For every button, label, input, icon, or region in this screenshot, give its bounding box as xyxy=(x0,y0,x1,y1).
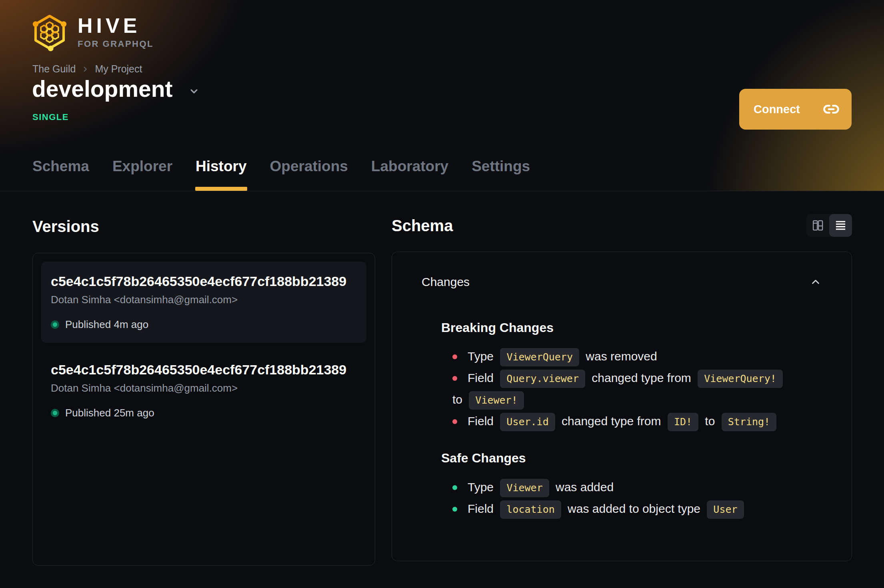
change-section: Safe Changes Type Viewer was addedField … xyxy=(441,450,822,519)
version-status: Published 25m ago xyxy=(65,407,154,419)
change-section-title: Safe Changes xyxy=(441,450,822,466)
code-chip: location xyxy=(500,500,561,519)
code-chip: String! xyxy=(722,413,776,431)
header: HIVE FOR GRAPHQL The Guild My Project de… xyxy=(0,0,884,191)
version-hash: c5e4c1c5f78b26465350e4ecf677cf188bb21389 xyxy=(51,362,357,378)
schema-heading: Schema xyxy=(392,216,453,235)
change-text: Field xyxy=(468,414,497,428)
bullet-dot-icon xyxy=(452,419,457,424)
change-section: Breaking Changes Type ViewerQuery was re… xyxy=(441,320,822,432)
changes-header[interactable]: Changes xyxy=(422,275,822,289)
logo-text: HIVE FOR GRAPHQL xyxy=(78,15,154,49)
change-item: Type ViewerQuery was removed xyxy=(452,346,822,367)
logo-title: HIVE xyxy=(78,15,154,36)
change-text: Type xyxy=(468,480,497,494)
tab-operations[interactable]: Operations xyxy=(270,158,348,191)
changes-sections: Breaking Changes Type ViewerQuery was re… xyxy=(441,320,822,520)
tab-schema[interactable]: Schema xyxy=(32,158,89,191)
main-content: Versions c5e4c1c5f78b26465350e4ecf677cf1… xyxy=(0,191,884,566)
versions-list: c5e4c1c5f78b26465350e4ecf677cf188bb21389… xyxy=(32,253,375,566)
change-item: Type Viewer was added xyxy=(452,476,822,498)
tab-explorer[interactable]: Explorer xyxy=(112,158,172,191)
code-chip: Query.viewer xyxy=(500,370,585,388)
code-chip: ID! xyxy=(668,413,698,431)
published-indicator-icon xyxy=(51,409,59,417)
target-mode-badge: SINGLE xyxy=(32,112,69,122)
tab-laboratory[interactable]: Laboratory xyxy=(371,158,448,191)
change-text: to xyxy=(702,414,718,428)
breadcrumb: The Guild My Project xyxy=(32,63,142,75)
bullet-dot-icon xyxy=(452,485,457,490)
tab-history[interactable]: History xyxy=(196,158,246,191)
hive-logo-icon xyxy=(32,13,67,52)
columns-view-button[interactable] xyxy=(806,214,829,237)
change-list: Type ViewerQuery was removedField Query.… xyxy=(441,346,822,432)
change-text: Field xyxy=(468,371,497,384)
change-item: Field User.id changed type from ID! to S… xyxy=(452,410,822,432)
change-text: changed type from xyxy=(558,414,664,428)
code-chip: User xyxy=(707,500,744,519)
changes-panel: Changes Breaking Changes Type ViewerQuer… xyxy=(392,252,852,561)
published-indicator-icon xyxy=(51,320,59,329)
versions-panel: Versions c5e4c1c5f78b26465350e4ecf677cf1… xyxy=(32,191,375,566)
tab-bar: SchemaExplorerHistoryOperationsLaborator… xyxy=(32,158,530,191)
breadcrumb-org[interactable]: The Guild xyxy=(32,63,76,75)
columns-icon xyxy=(812,219,824,232)
breadcrumb-separator-icon xyxy=(81,65,90,74)
list-icon xyxy=(834,219,847,232)
target-title-row: development xyxy=(32,76,200,102)
schema-panel: Schema xyxy=(392,191,852,566)
version-card[interactable]: c5e4c1c5f78b26465350e4ecf677cf188bb21389… xyxy=(41,350,366,431)
schema-header-row: Schema xyxy=(392,214,852,237)
bullet-dot-icon xyxy=(452,354,457,359)
change-item: Field location was added to object type … xyxy=(452,498,822,520)
bullet-dot-icon xyxy=(452,376,457,381)
version-author: Dotan Simha <dotansimha@gmail.com> xyxy=(51,382,357,394)
change-text: to xyxy=(452,393,466,406)
change-item: Field Query.viewer changed type from Vie… xyxy=(452,367,822,410)
chevron-up-icon[interactable] xyxy=(809,276,822,288)
change-text: was added to object type xyxy=(564,502,704,515)
code-chip: User.id xyxy=(500,413,555,431)
version-status: Published 4m ago xyxy=(65,318,148,331)
version-status-row: Published 4m ago xyxy=(51,318,357,331)
view-toggle xyxy=(806,214,852,237)
change-text: Field xyxy=(468,502,497,515)
bullet-dot-icon xyxy=(452,507,457,512)
version-author: Dotan Simha <dotansimha@gmail.com> xyxy=(51,294,357,306)
hive-app: HIVE FOR GRAPHQL The Guild My Project de… xyxy=(0,0,884,566)
code-chip: Viewer! xyxy=(469,391,524,410)
link-icon xyxy=(823,101,840,118)
code-chip: ViewerQuery xyxy=(500,348,579,366)
target-name: development xyxy=(32,76,173,102)
connect-button[interactable]: Connect xyxy=(739,89,852,130)
change-text: was removed xyxy=(582,350,657,363)
logo-subtitle: FOR GRAPHQL xyxy=(78,39,154,49)
version-hash: c5e4c1c5f78b26465350e4ecf677cf188bb21389 xyxy=(51,274,357,289)
tab-settings[interactable]: Settings xyxy=(472,158,530,191)
change-list: Type Viewer was addedField location was … xyxy=(441,476,822,520)
changes-title: Changes xyxy=(422,275,470,289)
versions-heading: Versions xyxy=(32,217,375,236)
code-chip: Viewer xyxy=(500,479,549,497)
list-view-button[interactable] xyxy=(829,214,852,237)
change-text: Type xyxy=(468,350,497,363)
chevron-down-icon xyxy=(188,85,200,97)
breadcrumb-project[interactable]: My Project xyxy=(95,63,142,75)
change-text: was added xyxy=(552,480,614,494)
version-card[interactable]: c5e4c1c5f78b26465350e4ecf677cf188bb21389… xyxy=(41,262,366,343)
version-status-row: Published 25m ago xyxy=(51,407,357,419)
hive-logo[interactable]: HIVE FOR GRAPHQL xyxy=(32,13,154,52)
code-chip: ViewerQuery! xyxy=(698,370,783,388)
change-text: changed type from xyxy=(588,371,694,384)
target-switcher-button[interactable] xyxy=(188,85,200,97)
change-section-title: Breaking Changes xyxy=(441,320,822,335)
connect-label: Connect xyxy=(754,103,800,116)
